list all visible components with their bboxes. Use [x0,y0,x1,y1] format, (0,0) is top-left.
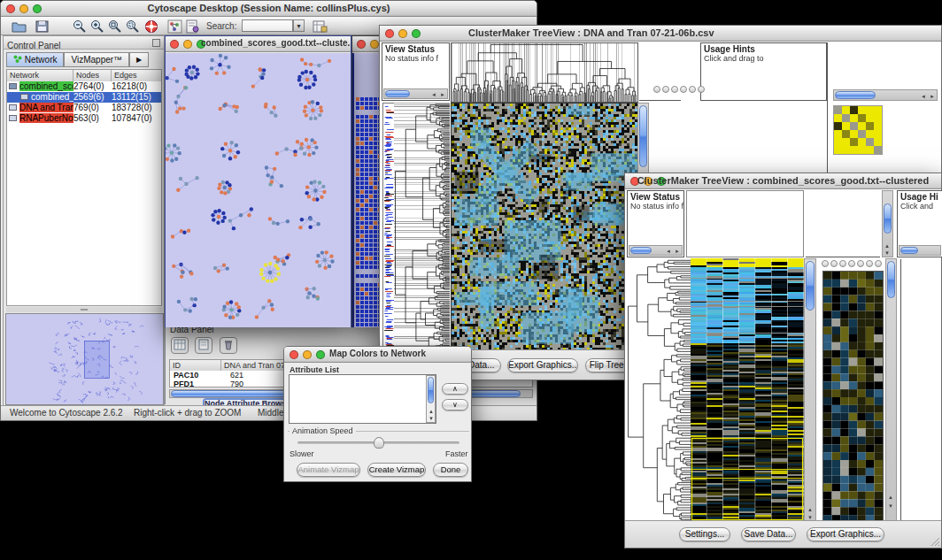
summary-cell[interactable] [834,106,842,114]
mini-zoom-icon[interactable] [653,86,660,93]
mini-pan-icon[interactable] [839,260,846,267]
network-row[interactable]: combined_scores 2764(0) 16218(0) [7,81,161,92]
summary-cell[interactable] [834,138,842,146]
mini-fit-icon[interactable] [857,260,864,267]
attr-col-id[interactable]: ID [170,360,221,371]
mini-select-icon[interactable] [848,260,855,267]
close-icon[interactable] [170,40,179,49]
summary-cell[interactable] [874,114,882,122]
zoom-fit-icon[interactable] [107,19,122,34]
birdseye-canvas[interactable] [6,314,163,404]
tv1-mini-toolbar[interactable] [653,86,705,93]
network-row[interactable]: DNA and Tran 07 769(0) 183728(0) [7,103,161,113]
tv2-zoom-heatmap[interactable] [822,271,884,524]
mini-zoom-icon[interactable] [830,260,838,267]
tv1-summary-gene-labels[interactable] [888,104,923,156]
tv1-column-dendrogram[interactable] [451,42,638,103]
slider-thumb[interactable] [374,437,384,449]
network-row[interactable]: combined_sco 2569(6) 13112(15) [7,92,161,103]
summary-cell[interactable] [850,106,858,114]
summary-cell[interactable] [850,146,858,154]
save-data-button[interactable]: Save Data... [741,527,796,541]
summary-cell[interactable] [850,122,858,130]
close-icon[interactable] [385,29,394,38]
mini-zoom-icon[interactable] [822,260,829,267]
summary-cell[interactable] [874,130,882,138]
mini-select-icon[interactable] [680,86,687,93]
main-titlebar[interactable]: Cytoscape Desktop (Session Name: collins… [1,1,537,17]
summary-cell[interactable] [834,114,842,122]
summary-cell[interactable] [850,130,858,138]
minimize-icon[interactable] [398,29,407,38]
mini-pan-icon[interactable] [671,86,678,93]
summary-cell[interactable] [850,114,858,122]
save-session-icon[interactable] [35,19,50,34]
open-file-icon[interactable] [12,19,27,34]
tv2-hints-hscrollbar[interactable] [899,245,941,256]
minimize-icon[interactable] [183,40,192,49]
summary-cell[interactable] [842,146,850,154]
zoom-window-icon[interactable] [412,29,421,38]
animate-vizmap-button[interactable]: Animate Vizmap [297,463,360,477]
export-graphics-button[interactable]: Export Graphics... [507,358,578,372]
col-header-nodes[interactable]: Nodes [73,70,112,81]
summary-cell[interactable] [866,106,874,114]
attribute-list[interactable] [289,374,436,424]
summary-cell[interactable] [858,130,866,138]
move-down-button[interactable]: ∨ [442,399,468,410]
panel-splitter[interactable] [6,307,162,312]
col-header-edges[interactable]: Edges [112,70,161,81]
dense-network-canvas[interactable] [352,53,382,327]
tv2-heatmap[interactable] [691,258,804,522]
network-canvas[interactable] [166,53,351,327]
tv1-status-hscrollbar[interactable]: ◂▸ [383,88,448,99]
settings-button[interactable]: Settings... [679,527,730,541]
birdseye-view[interactable] [5,313,164,405]
summary-cell[interactable] [858,146,866,154]
summary-cell[interactable] [866,114,874,122]
tv1-heatmap[interactable] [451,103,638,353]
mini-save-icon[interactable] [866,260,873,267]
tv2-gene-labels[interactable] [900,259,941,522]
tv2-genelist-vscrollbar[interactable]: ▴▾ [885,258,897,522]
summary-cell[interactable] [874,106,882,114]
summary-cell[interactable] [858,114,866,122]
tv2-column-labels[interactable] [806,190,880,257]
summary-cell[interactable] [842,130,850,138]
summary-cell[interactable] [874,122,882,130]
summary-cell[interactable] [834,146,842,154]
new-attribute-icon[interactable] [195,337,212,354]
summary-cell[interactable] [858,122,866,130]
tab-vizmapper[interactable]: VizMapper™ [64,52,129,67]
tv2-row-dendrogram[interactable] [627,258,691,522]
summary-cell[interactable] [866,122,874,130]
tv2-collabel-vscrollbar[interactable]: ▴▾ [882,190,893,257]
delete-attribute-icon[interactable] [220,337,237,354]
tv1-summary-hscrollbar[interactable]: ◂▸ [833,89,938,101]
summary-cell[interactable] [842,138,850,146]
summary-cell[interactable] [850,138,858,146]
tv2-heatmap-vscrollbar[interactable]: ▴▾ [804,258,816,522]
tv1-summary-heatmap[interactable] [833,105,883,155]
summary-cell[interactable] [866,130,874,138]
tab-overflow-button[interactable]: ▶ [129,52,149,67]
select-attributes-icon[interactable] [171,337,189,354]
zoom-in-icon[interactable] [89,19,104,34]
attribute-list-scrollbar[interactable]: ▴▾ [426,375,436,423]
col-header-network[interactable]: Network [7,70,73,81]
summary-cell[interactable] [858,106,866,114]
summary-cell[interactable] [842,106,850,114]
tv2-status-hscrollbar[interactable]: ◂▸ [629,245,683,256]
minimize-icon[interactable] [370,40,379,49]
export-graphics-button[interactable]: Export Graphics... [807,527,884,541]
summary-cell[interactable] [866,146,874,154]
tv2-mini-toolbar[interactable] [822,260,882,267]
animation-speed-slider[interactable] [297,441,459,444]
tv1-row-dendrogram[interactable] [394,103,450,351]
mini-zoom-icon[interactable] [662,86,669,93]
resize-grip-icon[interactable] [930,536,940,547]
move-up-button[interactable]: ∧ [442,383,468,395]
mini-save-icon[interactable] [698,86,705,93]
attribute-editor-icon[interactable] [313,19,328,34]
tab-network[interactable]: Network [6,52,64,67]
